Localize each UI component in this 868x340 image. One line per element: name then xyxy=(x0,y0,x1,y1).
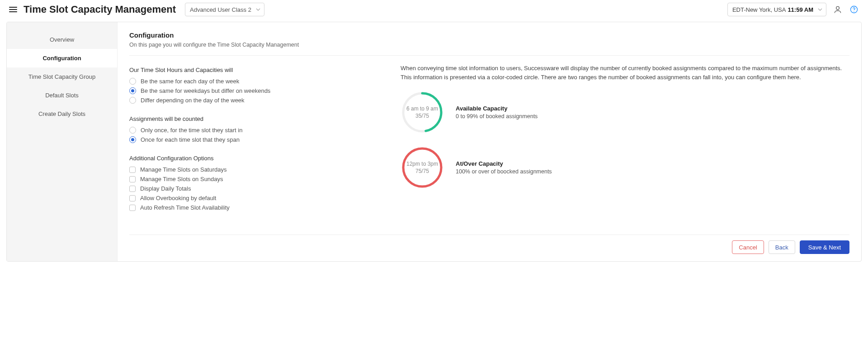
checkbox-icon xyxy=(129,167,136,173)
checkbox-label: Manage Time Slots on Sundays xyxy=(140,176,223,182)
svg-point-0 xyxy=(836,6,840,10)
sidebar-item-default-slots[interactable]: Default Slots xyxy=(7,86,117,105)
ring-time: 12pm to 3pm xyxy=(406,160,438,168)
additional-group-title: Additional Configuration Options xyxy=(129,155,382,162)
top-bar: Time Slot Capacity Management Advanced U… xyxy=(0,0,868,22)
sidebar-item-configuration[interactable]: Configuration xyxy=(7,49,117,67)
capacity-ring-over: 12pm to 3pm 75/75 xyxy=(401,146,444,189)
back-button[interactable]: Back xyxy=(769,240,795,254)
ring-ratio: 35/75 xyxy=(415,112,429,120)
checkbox-label: Display Daily Totals xyxy=(140,185,191,192)
check-overbooking[interactable]: Allow Overbooking by default xyxy=(129,195,382,201)
checkbox-label: Allow Overbooking by default xyxy=(140,195,216,201)
divider xyxy=(129,55,849,56)
cap-title-over: At/Over Capacity xyxy=(456,160,552,167)
checkbox-label: Auto Refresh Time Slot Availability xyxy=(140,204,230,211)
radio-label: Be the same for weekdays but differ on w… xyxy=(141,87,270,94)
save-next-button[interactable]: Save & Next xyxy=(800,240,849,254)
checkbox-icon xyxy=(129,195,136,201)
info-column: When conveying time slot information to … xyxy=(401,64,849,214)
cap-desc-available: 0 to 99% of booked assignments xyxy=(456,113,538,120)
radio-label: Differ depending on the day of the week xyxy=(141,97,245,104)
page-title: Time Slot Capacity Management xyxy=(24,4,176,15)
capacity-over-block: 12pm to 3pm 75/75 At/Over Capacity 100% … xyxy=(401,146,849,189)
footer-divider xyxy=(129,235,849,235)
sidebar: Overview Configuration Time Slot Capacit… xyxy=(7,22,118,261)
main-panel: Overview Configuration Time Slot Capacit… xyxy=(6,22,862,262)
cap-desc-over: 100% or over of boocked assignments xyxy=(456,168,552,175)
timezone-label: EDT-New York, USA xyxy=(732,6,786,13)
sidebar-item-overview[interactable]: Overview xyxy=(7,30,117,49)
radio-icon xyxy=(129,97,136,104)
radio-label: Only once, for the time slot they start … xyxy=(141,127,242,134)
capacity-ring-available: 6 am to 9 am 35/75 xyxy=(401,91,444,134)
section-subheading: On this page you will configure the Time… xyxy=(129,42,849,48)
radio-assign-span[interactable]: Once for each time slot that they span xyxy=(129,136,382,143)
svg-point-2 xyxy=(854,11,854,12)
check-auto-refresh[interactable]: Auto Refresh Time Slot Availability xyxy=(129,204,382,211)
help-icon[interactable] xyxy=(849,5,859,14)
ring-time: 6 am to 9 am xyxy=(406,105,438,112)
section-heading: Configuration xyxy=(129,31,849,39)
radio-label: Once for each time slot that they span xyxy=(141,136,240,143)
radio-icon xyxy=(129,87,136,94)
radio-label: Be the same for each day of the week xyxy=(141,78,239,85)
clock-time: 11:59 AM xyxy=(788,6,813,13)
sidebar-item-capacity-group[interactable]: Time Slot Capacity Group xyxy=(7,67,117,86)
capacity-available-block: 6 am to 9 am 35/75 Available Capacity 0 … xyxy=(401,91,849,134)
cancel-button[interactable]: Cancel xyxy=(732,240,764,254)
checkbox-icon xyxy=(129,205,136,211)
footer-buttons: Cancel Back Save & Next xyxy=(129,240,849,254)
radio-hours-per-day[interactable]: Differ depending on the day of the week xyxy=(129,97,382,104)
checkbox-icon xyxy=(129,176,136,182)
hours-group-title: Our Time Slot Hours and Capacities will xyxy=(129,67,382,73)
user-class-value: Advanced User Class 2 xyxy=(190,6,251,13)
check-sundays[interactable]: Manage Time Slots on Sundays xyxy=(129,176,382,182)
chevron-down-icon xyxy=(818,8,822,11)
user-class-select[interactable]: Advanced User Class 2 xyxy=(185,3,264,16)
checkbox-label: Manage Time Slots on Saturdays xyxy=(140,166,227,173)
content-area: Configuration On this page you will conf… xyxy=(118,22,861,261)
radio-hours-weekday-weekend[interactable]: Be the same for weekdays but differ on w… xyxy=(129,87,382,94)
menu-icon[interactable] xyxy=(9,6,17,13)
radio-icon xyxy=(129,78,136,85)
timezone-select[interactable]: EDT-New York, USA 11:59 AM xyxy=(727,3,826,16)
form-column: Our Time Slot Hours and Capacities will … xyxy=(129,64,382,214)
radio-icon xyxy=(129,136,136,143)
check-saturdays[interactable]: Manage Time Slots on Saturdays xyxy=(129,166,382,173)
check-daily-totals[interactable]: Display Daily Totals xyxy=(129,185,382,192)
checkbox-icon xyxy=(129,186,136,192)
assign-group-title: Assignments will be counted xyxy=(129,115,382,122)
cap-title-available: Available Capacity xyxy=(456,105,538,112)
sidebar-item-create-daily-slots[interactable]: Create Daily Slots xyxy=(7,105,117,123)
chevron-down-icon xyxy=(256,8,260,11)
user-icon[interactable] xyxy=(833,5,843,14)
ring-ratio: 75/75 xyxy=(415,168,429,175)
radio-hours-same-all[interactable]: Be the same for each day of the week xyxy=(129,78,382,85)
radio-icon xyxy=(129,127,136,134)
info-text: When conveying time slot information to … xyxy=(401,64,849,81)
radio-assign-once[interactable]: Only once, for the time slot they start … xyxy=(129,127,382,134)
